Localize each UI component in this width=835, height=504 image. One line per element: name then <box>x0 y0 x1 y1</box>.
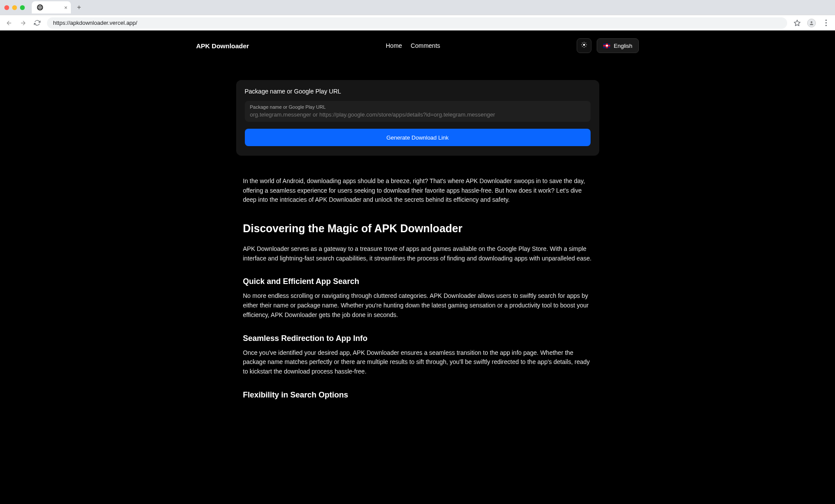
svg-marker-1 <box>794 20 800 26</box>
nav-comments[interactable]: Comments <box>411 42 440 49</box>
globe-icon <box>37 4 43 10</box>
reload-button[interactable] <box>33 19 41 27</box>
heading-flexibility: Flexibility in Search Options <box>243 391 592 400</box>
browser-tab[interactable]: × <box>32 1 71 13</box>
page-body: APK Downloader Home Comments English Pac… <box>0 30 835 431</box>
intro-paragraph: In the world of Android, downloading app… <box>243 177 592 205</box>
kebab-menu-icon[interactable] <box>822 19 830 27</box>
theme-toggle-button[interactable] <box>577 38 591 53</box>
language-label: English <box>614 43 632 49</box>
browser-toolbar: https://apkdownloader.vercel.app/ <box>0 15 835 30</box>
svg-point-3 <box>583 44 585 46</box>
forward-button[interactable] <box>19 19 27 27</box>
input-label: Package name or Google Play URL <box>250 104 585 110</box>
url-bar[interactable]: https://apkdownloader.vercel.app/ <box>47 17 787 29</box>
brand-logo[interactable]: APK Downloader <box>196 42 249 50</box>
paragraph-seamless: Once you've identified your desired app,… <box>243 348 592 377</box>
heading-discovering: Discovering the Magic of APK Downloader <box>243 222 592 235</box>
flag-uk-icon <box>603 43 610 48</box>
browser-chrome: × + https://apkdownloader.vercel.app/ <box>0 0 835 30</box>
url-text: https://apkdownloader.vercel.app/ <box>53 20 137 26</box>
content-body: In the world of Android, downloading app… <box>236 156 599 431</box>
svg-point-2 <box>811 21 812 23</box>
profile-avatar-icon[interactable] <box>807 19 816 27</box>
new-tab-button[interactable]: + <box>74 3 84 11</box>
close-window-button[interactable] <box>4 5 9 10</box>
sun-icon <box>581 42 587 50</box>
paragraph-discovering: APK Downloader serves as a gateway to a … <box>243 244 592 263</box>
bookmark-star-icon[interactable] <box>793 19 801 27</box>
svg-line-7 <box>586 46 586 47</box>
svg-line-11 <box>586 43 586 43</box>
package-input-wrapper[interactable]: Package name or Google Play URL <box>245 101 591 122</box>
package-input[interactable] <box>250 111 585 118</box>
download-card: Package name or Google Play URL Package … <box>236 80 599 156</box>
window-controls <box>4 5 25 10</box>
card-title: Package name or Google Play URL <box>245 88 591 95</box>
paragraph-quick-search: No more endless scrolling or navigating … <box>243 291 592 320</box>
back-button[interactable] <box>5 19 13 27</box>
browser-titlebar: × + <box>0 0 835 15</box>
language-selector[interactable]: English <box>597 38 639 53</box>
heading-seamless: Seamless Redirection to App Info <box>243 334 592 343</box>
svg-line-6 <box>582 43 583 43</box>
nav-home[interactable]: Home <box>386 42 402 49</box>
generate-button[interactable]: Generate Download Link <box>245 129 591 146</box>
maximize-window-button[interactable] <box>20 5 25 10</box>
close-tab-icon[interactable]: × <box>64 4 67 11</box>
minimize-window-button[interactable] <box>12 5 17 10</box>
heading-quick-search: Quick and Efficient App Search <box>243 277 592 286</box>
svg-line-10 <box>582 46 583 47</box>
site-nav: APK Downloader Home Comments English <box>189 30 646 61</box>
